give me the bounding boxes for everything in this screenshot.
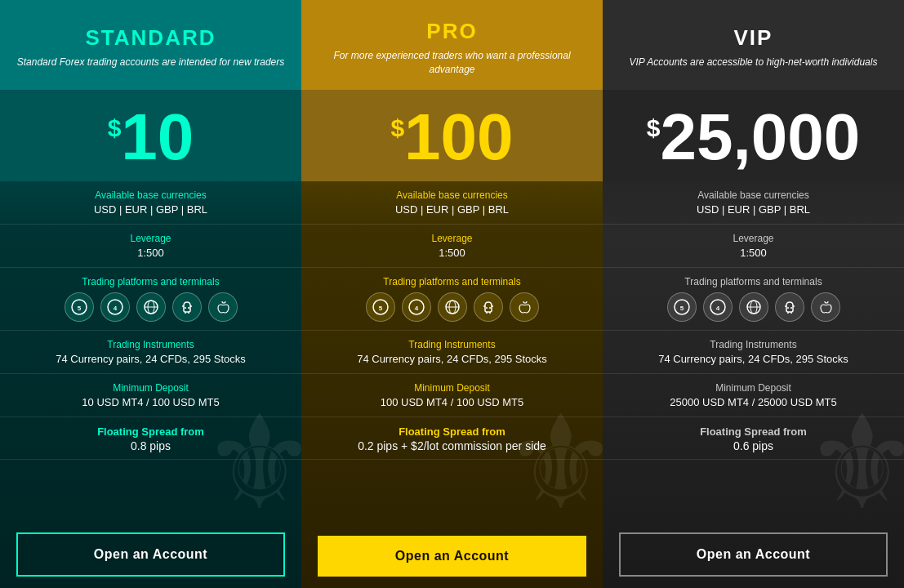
vip-platform-icon-ios <box>811 292 840 322</box>
svg-point-8 <box>188 307 189 309</box>
standard-header: STANDARD Standard Forex trading accounts… <box>0 0 301 90</box>
standard-platform-icon-android <box>172 292 202 322</box>
pro-title: PRO <box>426 19 477 44</box>
standard-instruments-value: 74 Currency pairs, 24 CFDs, 295 Stocks <box>13 353 288 365</box>
svg-text:4: 4 <box>715 305 719 312</box>
svg-point-33 <box>787 307 789 309</box>
vip-leverage-label: Leverage <box>616 233 891 244</box>
vip-platform-icons: 5 4 <box>616 292 891 322</box>
vip-header: VIP VIP Accounts are accessible to high-… <box>603 0 904 90</box>
pro-spread-label: Floating Spread from <box>314 425 590 438</box>
vip-leverage-row: Leverage 1:500 <box>603 225 904 268</box>
svg-point-20 <box>486 307 488 309</box>
svg-point-7 <box>185 307 186 309</box>
vip-base-currencies-label: Available base currencies <box>616 189 891 201</box>
standard-title: STANDARD <box>86 25 216 51</box>
standard-base-currencies-row: Available base currencies USD | EUR | GB… <box>0 181 301 225</box>
card-vip: VIP VIP Accounts are accessible to high-… <box>603 0 904 588</box>
standard-spread-value: 0.8 pips <box>13 439 288 452</box>
vip-platform-icon-android <box>775 292 804 322</box>
svg-text:4: 4 <box>414 305 418 312</box>
standard-subtitle: Standard Forex trading accounts are inte… <box>17 56 285 69</box>
vip-leverage-value: 1:500 <box>616 247 891 259</box>
vip-platforms-label: Trading platforms and terminals <box>616 276 891 287</box>
pro-price-amount: 100 <box>404 105 513 170</box>
standard-platform-icon-ios <box>208 292 238 322</box>
standard-price-amount: 10 <box>121 105 194 170</box>
vip-platform-icon-mt5: 4 <box>703 292 733 322</box>
standard-platform-icons: 5 4 <box>13 292 288 322</box>
svg-point-34 <box>790 307 792 309</box>
vip-subtitle: VIP Accounts are accessible to high-net-… <box>630 56 878 69</box>
svg-text:4: 4 <box>113 305 117 312</box>
pro-subtitle: For more experienced traders who want a … <box>318 49 586 77</box>
standard-leverage-row: Leverage 1:500 <box>0 225 301 268</box>
pro-leverage-value: 1:500 <box>314 247 590 259</box>
vip-currency-symbol: $ <box>647 114 661 142</box>
standard-base-currencies-value: USD | EUR | GBP | BRL <box>13 203 288 216</box>
standard-platform-icon-mt5: 4 <box>100 292 130 322</box>
vip-base-currencies-value: USD | EUR | GBP | BRL <box>616 203 891 216</box>
vip-platforms-row: Trading platforms and terminals 5 4 <box>603 268 904 331</box>
vip-min-deposit-row: Minimum Deposit 25000 USD MT4 / 25000 US… <box>603 374 904 417</box>
vip-title: VIP <box>734 25 773 51</box>
standard-cta-section: Open an Account <box>0 521 301 588</box>
pro-base-currencies-label: Available base currencies <box>314 189 590 201</box>
vip-open-account-button[interactable]: Open an Account <box>619 532 888 577</box>
standard-leverage-label: Leverage <box>13 233 288 244</box>
svg-text:5: 5 <box>679 305 684 312</box>
pro-price-section: $ 100 <box>301 90 603 181</box>
standard-open-account-button[interactable]: Open an Account <box>16 532 285 577</box>
vip-spread-label: Floating Spread from <box>616 425 891 438</box>
vip-base-currencies-row: Available base currencies USD | EUR | GB… <box>603 181 904 225</box>
standard-instruments-label: Trading Instruments <box>13 339 288 350</box>
pro-min-deposit-value: 100 USD MT4 / 100 USD MT5 <box>314 396 590 408</box>
pro-instruments-value: 74 Currency pairs, 24 CFDs, 295 Stocks <box>314 353 590 365</box>
pro-currency-symbol: $ <box>390 114 404 142</box>
standard-price-section: $ 10 <box>0 90 301 181</box>
pro-spread-section: Floating Spread from 0.2 pips + $2/lot c… <box>301 417 603 460</box>
standard-spread-label: Floating Spread from <box>13 425 288 438</box>
pro-min-deposit-label: Minimum Deposit <box>314 382 590 394</box>
vip-spread-value: 0.6 pips <box>616 439 891 452</box>
pro-spread-value: 0.2 pips + $2/lot commission per side <box>314 439 590 452</box>
pro-platforms-label: Trading platforms and terminals <box>314 276 590 287</box>
standard-body: Available base currencies USD | EUR | GB… <box>0 181 301 588</box>
vip-min-deposit-value: 25000 USD MT4 / 25000 USD MT5 <box>616 396 891 408</box>
vip-instruments-value: 74 Currency pairs, 24 CFDs, 295 Stocks <box>616 353 891 365</box>
pro-platform-icons: 5 4 <box>314 292 590 322</box>
pro-header: PRO For more experienced traders who wan… <box>301 0 603 90</box>
standard-min-deposit-label: Minimum Deposit <box>13 382 288 394</box>
standard-currency-symbol: $ <box>108 114 122 142</box>
vip-min-deposit-label: Minimum Deposit <box>616 382 891 394</box>
vip-instruments-label: Trading Instruments <box>616 339 891 350</box>
pro-base-currencies-row: Available base currencies USD | EUR | GB… <box>301 181 603 225</box>
card-pro: PRO For more experienced traders who wan… <box>301 0 603 588</box>
vip-price-section: $ 25,000 <box>603 90 904 181</box>
pro-platform-icon-ios <box>510 292 539 322</box>
vip-spread-section: Floating Spread from 0.6 pips <box>603 417 904 460</box>
pro-leverage-row: Leverage 1:500 <box>301 225 603 268</box>
standard-leverage-value: 1:500 <box>13 247 288 259</box>
pro-platform-icon-mt4: 5 <box>366 292 395 322</box>
card-standard: STANDARD Standard Forex trading accounts… <box>0 0 301 588</box>
pro-instruments-row: Trading Instruments 74 Currency pairs, 2… <box>301 331 603 374</box>
standard-base-currencies-label: Available base currencies <box>13 189 288 201</box>
standard-min-deposit-value: 10 USD MT4 / 100 USD MT5 <box>13 396 288 408</box>
pro-open-account-button[interactable]: Open an Account <box>318 536 586 577</box>
standard-spread-section: Floating Spread from 0.8 pips <box>0 417 301 460</box>
vip-platform-icon-mt4: 5 <box>667 292 697 322</box>
pro-cta-section: Open an Account <box>301 524 603 588</box>
standard-platform-icon-mt4: 5 <box>65 292 94 322</box>
standard-min-deposit-row: Minimum Deposit 10 USD MT4 / 100 USD MT5 <box>0 374 301 417</box>
pro-platform-icon-android <box>474 292 503 322</box>
vip-instruments-row: Trading Instruments 74 Currency pairs, 2… <box>603 331 904 374</box>
pro-base-currencies-value: USD | EUR | GBP | BRL <box>314 203 590 216</box>
vip-platform-icon-web <box>739 292 768 322</box>
vip-body: Available base currencies USD | EUR | GB… <box>603 181 904 588</box>
pro-instruments-label: Trading Instruments <box>314 339 590 350</box>
standard-instruments-row: Trading Instruments 74 Currency pairs, 2… <box>0 331 301 374</box>
standard-platforms-row: Trading platforms and terminals 5 4 <box>0 268 301 331</box>
pro-min-deposit-row: Minimum Deposit 100 USD MT4 / 100 USD MT… <box>301 374 603 417</box>
standard-platform-icon-web <box>136 292 166 322</box>
